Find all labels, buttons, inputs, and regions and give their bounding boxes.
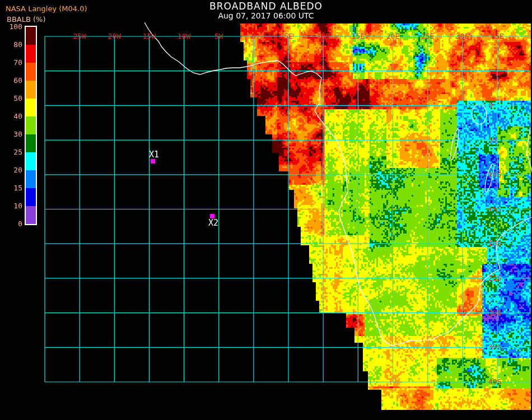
- colorbar-tick: 25: [0, 148, 22, 157]
- colorbar-segment: [26, 27, 36, 45]
- lat-label: 15S: [488, 205, 501, 213]
- lon-label: 5W: [214, 32, 223, 40]
- lon-label: 20W: [108, 32, 121, 40]
- colorbar-tick: 80: [0, 40, 22, 49]
- marker-label-x2: X2: [208, 218, 218, 227]
- colorbar-tick: 20: [0, 166, 22, 175]
- colorbar-segment: [26, 81, 36, 99]
- lat-label: 0: [488, 101, 493, 109]
- colorbar-tick: 30: [0, 130, 22, 139]
- colorbar-segment: [26, 63, 36, 81]
- source-label: NASA Langley (M04.0): [6, 4, 87, 13]
- lon-label: 25W: [73, 32, 86, 40]
- albedo-colorbar: [25, 26, 37, 225]
- colorbar-tick: 0: [0, 220, 22, 228]
- lon-label: 35E: [491, 32, 503, 40]
- lon-label: 25E: [421, 32, 434, 40]
- lon-label: 15W: [143, 32, 156, 40]
- colorbar-segment: [26, 170, 36, 188]
- colorbar-segment: [26, 188, 36, 206]
- colorbar-segment: [26, 116, 36, 134]
- lon-label: 5E: [284, 32, 293, 40]
- lat-label: 10S: [488, 170, 501, 179]
- albedo-product-screen: BROADBAND ALBEDO Aug 07, 2017 06:00 UTC …: [0, 0, 532, 420]
- status-bar: MT10BROADBAND ALBEDOAUG 07, 2017 06:00ZN…: [103, 411, 424, 420]
- lon-label: 10E: [316, 32, 329, 40]
- lon-label: 0: [251, 32, 256, 40]
- albedo-map-canvas: [0, 0, 532, 420]
- colorbar-tick: 100: [0, 22, 22, 31]
- lon-label: 20E: [386, 32, 399, 40]
- marker-label-x1: X1: [149, 150, 159, 159]
- colorbar-tick: 15: [0, 184, 22, 193]
- lat-label: 20S: [488, 239, 501, 248]
- colorbar-tick: 40: [0, 112, 22, 121]
- lat-label: 25S: [488, 274, 501, 282]
- marker-point-x1: [151, 159, 155, 164]
- colorbar-tick: 60: [0, 76, 22, 85]
- colorbar-tick: 10: [0, 202, 22, 211]
- lat-label: 40S: [488, 377, 501, 386]
- colorbar-tick: 50: [0, 94, 22, 103]
- lat-label: 30S: [488, 309, 501, 317]
- colorbar-segment: [26, 99, 36, 116]
- colorbar-segment: [26, 206, 36, 224]
- colorbar-segment: [26, 45, 36, 63]
- colorbar-segment: [26, 152, 36, 170]
- lon-label: 10W: [178, 32, 190, 40]
- lon-label: 30E: [456, 32, 469, 40]
- colorbar-tick: 70: [0, 58, 22, 67]
- lat-label: 35S: [488, 343, 501, 351]
- colorbar-segment: [26, 134, 36, 152]
- lat-label: 5S: [488, 136, 497, 144]
- lon-label: 15E: [352, 32, 365, 40]
